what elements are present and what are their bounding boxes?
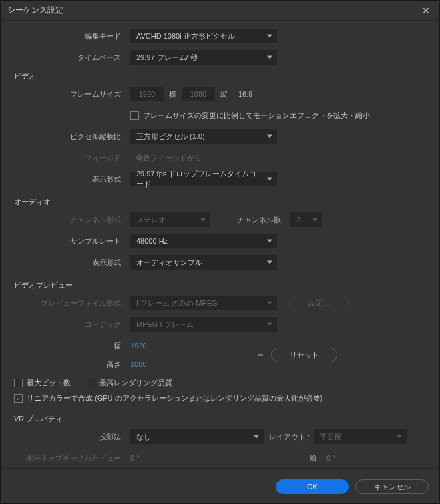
row-edit-mode: 編集モード : AVCHD 1080i 正方形ピクセル <box>14 29 426 43</box>
select-edit-mode[interactable]: AVCHD 1080i 正方形ピクセル <box>130 29 277 43</box>
link-bracket-icon <box>242 340 250 370</box>
label-sample-rate: サンプルレート : <box>14 236 130 246</box>
row-audio-display: 表示形式 : オーディオサンプル <box>14 255 426 270</box>
row-codec: コーデック : MPEG I フレーム <box>14 317 426 332</box>
select-sample-rate[interactable]: 48000 Hz <box>130 234 277 248</box>
select-audio-display-value: オーディオサンプル <box>136 258 202 268</box>
select-timebase-value: 29.97 フレーム/ 秒 <box>136 53 198 63</box>
select-projection-value: なし <box>136 432 151 442</box>
label-edit-mode: 編集モード : <box>14 31 130 41</box>
chevron-down-icon <box>312 218 318 222</box>
checkbox-max-render-quality[interactable] <box>87 379 95 387</box>
chevron-down-icon <box>254 435 259 439</box>
row-preview-dims: 幅 : 1920 高さ : 1080 ⚭ リセット <box>14 338 426 372</box>
select-channel-count: 2 <box>290 212 322 227</box>
row-scale-motion: フレームサイズの変更に比例してモーションエフェクトを拡大・縮小 <box>14 108 426 123</box>
section-preview: ビデオプレビュー <box>14 280 426 290</box>
label-max-bit-depth: 最大ビット数 <box>27 378 71 388</box>
row-checkboxes: 最大ビット数 最高レンダリング品質 <box>14 378 426 388</box>
chevron-down-icon <box>267 261 272 264</box>
select-timebase[interactable]: 29.97 フレーム/ 秒 <box>130 50 277 65</box>
value-prev-width[interactable]: 1920 <box>130 342 146 350</box>
select-par-value: 正方形ピクセル (1.0) <box>136 132 205 142</box>
cancel-button[interactable]: キャンセル <box>355 479 429 494</box>
label-channel-count: チャンネル数 : <box>237 215 290 225</box>
label-projection: 投影法 : <box>14 432 130 442</box>
row-field: フィールド : 奇数フィールドから <box>14 150 426 165</box>
select-par[interactable]: 正方形ピクセル (1.0) <box>130 129 277 144</box>
label-height-suffix: 縦 <box>220 89 228 99</box>
select-video-display-value: 29.97 fps ドロップフレームタイムコード <box>136 169 263 189</box>
chevron-down-icon <box>267 56 272 59</box>
select-codec-value: MPEG I フレーム <box>136 320 194 330</box>
label-frame-size: フレームサイズ : <box>14 89 130 99</box>
footer-divider <box>1 468 439 469</box>
select-edit-mode-value: AVCHD 1080i 正方形ピクセル <box>136 31 235 41</box>
titlebar: シーケンス設定 ✕ <box>1 1 439 21</box>
dialog-content: 編集モード : AVCHD 1080i 正方形ピクセル タイムベース : 29.… <box>1 21 439 465</box>
row-frame-size: フレームサイズ : 横 縦 16:9 <box>14 87 426 101</box>
chevron-down-icon <box>267 240 272 243</box>
row-timebase: タイムベース : 29.97 フレーム/ 秒 <box>14 50 426 65</box>
value-vert: 0 ° <box>326 454 426 462</box>
chevron-down-icon <box>397 435 402 439</box>
label-prev-height: 高さ : <box>14 360 130 370</box>
label-timebase: タイムベース : <box>14 53 130 63</box>
select-projection[interactable]: なし <box>130 429 264 444</box>
label-video-display: 表示形式 : <box>14 174 130 184</box>
select-ch-format-value: ステレオ <box>136 215 166 225</box>
chevron-down-icon <box>267 178 272 181</box>
row-linear-color: リニアカラーで合成 (GPU のアクセラレーションまたはレンダリング品質の最大化… <box>14 393 426 403</box>
chevron-down-icon <box>267 135 272 138</box>
chevron-down-icon <box>267 35 272 38</box>
label-channel-format: チャンネル形式 : <box>14 215 130 225</box>
select-field: 奇数フィールドから <box>130 150 277 165</box>
dialog-footer: OK キャンセル <box>1 470 439 503</box>
close-icon[interactable]: ✕ <box>419 4 433 17</box>
label-width-suffix: 横 <box>169 89 176 99</box>
section-video: ビデオ <box>14 71 426 81</box>
value-prev-height[interactable]: 1080 <box>130 360 146 368</box>
label-prev-width: 幅 : <box>14 341 130 351</box>
select-layout-value: 平面視 <box>320 432 341 442</box>
row-vr-projection: 投影法 : なし レイアウト : 平面視 <box>14 429 426 444</box>
section-vr: VR プロパティ <box>14 414 426 424</box>
select-field-value: 奇数フィールドから <box>136 153 202 163</box>
label-aspect: 16:9 <box>238 90 252 98</box>
label-horiz-capture: 水平キャプチャされたビュー : <box>14 453 130 463</box>
ok-button[interactable]: OK <box>276 479 349 494</box>
value-horiz: 0 ° <box>130 454 140 462</box>
select-audio-display[interactable]: オーディオサンプル <box>130 255 277 270</box>
select-preview-format-value: I フレーム のみの MPEG <box>136 298 218 308</box>
dialog-title: シーケンス設定 <box>7 5 419 16</box>
row-vr-capture: 水平キャプチャされたビュー : 0 ° 縦 : 0 ° <box>14 451 426 465</box>
row-preview-format: プレビューファイル形式 : I フレーム のみの MPEG 設定... <box>14 296 426 310</box>
row-par: ピクセル縦横比 : 正方形ピクセル (1.0) <box>14 129 426 144</box>
label-vert-capture: 縦 : <box>310 453 326 463</box>
chevron-down-icon <box>267 323 272 326</box>
label-preview-format: プレビューファイル形式 : <box>14 298 130 308</box>
label-codec: コーデック : <box>14 320 130 330</box>
checkbox-max-bit-depth[interactable] <box>14 379 23 387</box>
row-channel-format: チャンネル形式 : ステレオ チャンネル数 : 2 <box>14 212 426 227</box>
select-preview-format: I フレーム のみの MPEG <box>130 296 277 310</box>
input-frame-width[interactable] <box>130 87 164 101</box>
configure-button: 設定... <box>289 296 349 310</box>
label-layout: レイアウト : <box>269 432 310 442</box>
label-linear-color: リニアカラーで合成 (GPU のアクセラレーションまたはレンダリング品質の最大化… <box>27 393 322 403</box>
select-sample-rate-value: 48000 Hz <box>136 237 168 245</box>
chevron-down-icon <box>200 218 206 222</box>
checkbox-linear-color[interactable] <box>14 394 23 403</box>
select-codec: MPEG I フレーム <box>130 317 277 332</box>
checkbox-scale-motion[interactable] <box>130 111 139 120</box>
select-layout: 平面視 <box>314 429 407 444</box>
select-video-display[interactable]: 29.97 fps ドロップフレームタイムコード <box>130 172 277 186</box>
row-sample-rate: サンプルレート : 48000 Hz <box>14 234 426 248</box>
label-field: フィールド : <box>14 153 130 163</box>
label-scale-motion: フレームサイズの変更に比例してモーションエフェクトを拡大・縮小 <box>143 111 370 121</box>
reset-button[interactable]: リセット <box>271 348 337 362</box>
link-icon[interactable]: ⚭ <box>257 350 264 360</box>
input-frame-height[interactable] <box>182 87 215 101</box>
select-channel-format: ステレオ <box>130 212 210 227</box>
chevron-down-icon <box>267 302 272 305</box>
